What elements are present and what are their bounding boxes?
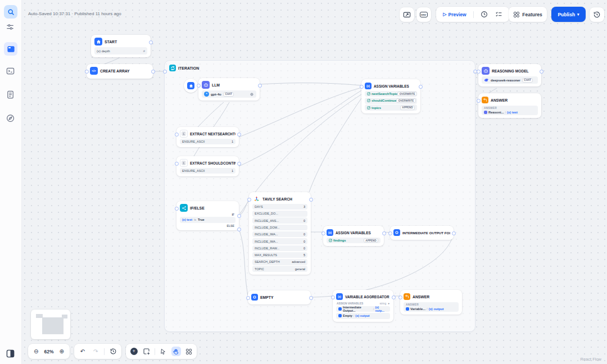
publish-button[interactable]: Publish ▾ xyxy=(551,7,586,22)
sidebar-item-orchestrate[interactable] xyxy=(4,42,17,56)
param-row: DAYS3 xyxy=(252,204,307,210)
node-reasoning-model[interactable]: REASONING MODEL deepseek-reasoner CHAT xyxy=(478,64,541,87)
node-title: ANSWER xyxy=(413,295,429,299)
plus-circle-icon: + xyxy=(130,348,138,355)
zoom-in-button[interactable]: ⊕ xyxy=(57,347,66,356)
tool-doc-icon xyxy=(180,130,188,138)
auto-layout-button[interactable] xyxy=(184,347,193,356)
llm-model-row[interactable]: * gpt-4o CHAT xyxy=(202,90,256,98)
node-input-handle[interactable] xyxy=(398,295,402,299)
node-input-handle[interactable] xyxy=(321,231,325,235)
node-input-handle[interactable] xyxy=(175,162,179,166)
answer-icon xyxy=(482,97,488,103)
llm-model-row[interactable]: deepseek-reasoner CHAT xyxy=(482,76,538,84)
add-note-button[interactable] xyxy=(142,347,151,356)
field-name: (x) depth xyxy=(97,49,110,53)
iteration-input-handle[interactable] xyxy=(163,70,167,74)
features-button[interactable]: Features xyxy=(509,7,547,22)
node-input-handle[interactable] xyxy=(246,296,250,300)
app-logo[interactable] xyxy=(4,5,17,19)
node-output-handle[interactable] xyxy=(419,85,423,89)
node-output-handle[interactable] xyxy=(452,231,456,235)
zoom-out-button[interactable]: ⊖ xyxy=(31,347,41,356)
node-llm[interactable]: LLM * gpt-4o CHAT xyxy=(198,78,260,101)
node-input-handle[interactable] xyxy=(477,70,481,74)
node-output-handle[interactable] xyxy=(258,84,262,88)
node-ifelse[interactable]: IF/ELSE IF (x) text is True ELSE xyxy=(176,201,239,230)
node-output-handle[interactable] xyxy=(151,70,155,74)
node-input-handle[interactable] xyxy=(360,85,364,89)
hand-tool-button[interactable] xyxy=(171,347,181,356)
minimap[interactable] xyxy=(31,310,70,339)
node-assign-variables-mid[interactable]: {x} ASSIGN VARIABLES findings APPEND xyxy=(323,226,384,246)
redo-button[interactable]: ↷ xyxy=(91,347,101,356)
run-history-button[interactable] xyxy=(481,11,488,18)
sidebar-collapse-icon[interactable] xyxy=(6,349,15,358)
open-app-button[interactable] xyxy=(400,7,414,22)
zoom-level[interactable]: 62% xyxy=(44,349,53,354)
sidebar-item-api[interactable] xyxy=(6,67,15,76)
node-empty[interactable]: EMPTY xyxy=(248,290,311,304)
assign-row: topics APPEND xyxy=(365,104,417,111)
node-input-handle[interactable] xyxy=(175,207,179,211)
undo-button[interactable]: ↶ xyxy=(78,347,87,356)
node-input-handle[interactable] xyxy=(477,99,481,103)
node-output-handle[interactable] xyxy=(309,296,313,300)
answer-icon xyxy=(404,293,410,300)
node-output-handle[interactable] xyxy=(149,40,153,44)
pointer-tool-button[interactable] xyxy=(158,347,168,356)
node-output-handle[interactable] xyxy=(392,295,396,299)
node-answer-loop[interactable]: ANSWER ANSWER Variable... / (x) output xyxy=(400,290,462,315)
preview-button[interactable]: ▷ Preview xyxy=(443,12,466,17)
sidebar-item-logs[interactable] xyxy=(6,90,15,99)
aggregated-variable-row: Empty / (x) output xyxy=(336,313,390,319)
assign-row: shouldContinue OVERWRITE xyxy=(365,98,417,104)
write-icon xyxy=(367,92,370,95)
tool-doc-icon xyxy=(180,159,188,167)
node-input-handle[interactable] xyxy=(331,295,335,299)
node-output-handle[interactable] xyxy=(382,231,386,235)
chevron-down-icon: ▾ xyxy=(577,12,579,17)
node-create-array[interactable]: </> CREATE ARRAY xyxy=(87,64,153,79)
node-output-handle[interactable] xyxy=(237,162,241,166)
divider xyxy=(473,11,474,18)
app-sidebar xyxy=(0,0,22,364)
node-input-handle[interactable] xyxy=(388,231,392,235)
react-flow-attribution[interactable]: React Flow xyxy=(580,357,601,362)
source-node-icon xyxy=(484,111,487,114)
version-history-button[interactable] xyxy=(590,7,604,22)
node-input-handle[interactable] xyxy=(197,84,201,88)
iteration-start-node[interactable] xyxy=(184,79,198,93)
node-start[interactable]: START (x) depth # xyxy=(91,35,151,57)
add-node-button[interactable]: + xyxy=(129,347,139,356)
answer-section-label: ANSWER xyxy=(484,107,536,110)
node-output-handle[interactable] xyxy=(540,70,543,74)
node-input-handle[interactable] xyxy=(85,70,89,74)
node-output-handle[interactable] xyxy=(309,198,313,202)
node-intermediate-output[interactable]: INTERMEDIATE OUTPUT FOI xyxy=(390,226,454,240)
node-input-handle[interactable] xyxy=(247,198,251,202)
template-icon xyxy=(393,229,400,236)
node-input-handle[interactable] xyxy=(175,133,179,136)
else-output-handle[interactable] xyxy=(237,228,241,231)
node-tavily-search[interactable]: TAVILY SEARCH DAYS3 EXCLUDE_DO... INCLUD… xyxy=(249,192,311,275)
minimap-node xyxy=(62,315,67,319)
gear-icon[interactable] xyxy=(250,92,254,97)
node-assign-variables-top[interactable]: {x} ASSIGN VARIABLES nextSearchTopic OVE… xyxy=(361,79,420,113)
param-row: INCLUDE_RAW...0 xyxy=(252,245,307,252)
param-row: SEARCH_DEPTHadvanced xyxy=(252,259,307,265)
add-variable-icon[interactable]: + xyxy=(388,302,389,305)
node-answer-final[interactable]: ANSWER ANSWER Reasoni... / (x) text xyxy=(478,93,541,118)
sliders-icon[interactable] xyxy=(6,23,15,32)
home-icon xyxy=(187,82,194,89)
node-variable-aggregator[interactable]: (x) VARIABLE AGGREGATOR ASSIGN VARIABLES… xyxy=(333,290,393,322)
node-extract-shouldcontinue[interactable]: EXTRACT SHOULDCONTINU ENSURE_ASCII1 xyxy=(176,156,239,176)
env-button[interactable]: ENV xyxy=(416,7,431,22)
node-output-handle[interactable] xyxy=(237,133,241,136)
node-extract-nextsearchtopic[interactable]: EXTRACT NEXTSEARCHTOP ENSURE_ASCII1 xyxy=(176,127,239,147)
change-history-button[interactable] xyxy=(108,347,118,356)
if-output-handle[interactable] xyxy=(237,214,241,218)
node-title: INTERMEDIATE OUTPUT FOI xyxy=(402,231,450,235)
checklist-button[interactable] xyxy=(495,11,502,18)
sidebar-item-monitoring[interactable] xyxy=(6,114,15,123)
